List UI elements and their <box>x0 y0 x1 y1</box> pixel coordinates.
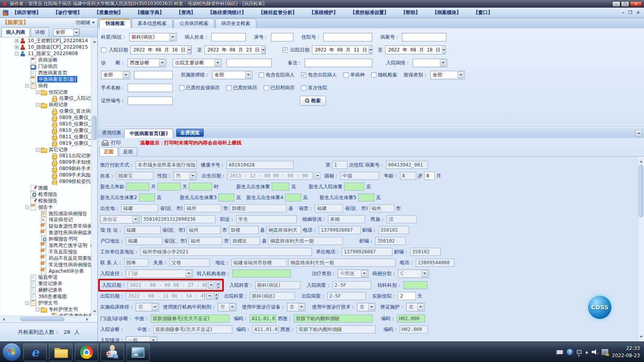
menu-item[interactable]: 【诊疗管理】 <box>53 9 82 16</box>
mdi-restore-button[interactable]: ❐ <box>628 10 632 15</box>
menu-item[interactable]: 【病历管理】 <box>12 9 41 16</box>
tree-item[interactable]: 疾病诊断 <box>0 57 91 64</box>
outpatient-west-field[interactable]: 双眼下睑内翻和倒睫 <box>294 315 373 323</box>
chevron-down-icon[interactable] <box>314 173 320 179</box>
admit-from-date[interactable]: 2022 年 08 月 16 日 <box>130 45 192 54</box>
case-no-field[interactable]: 00413942_001 <box>386 161 428 169</box>
tab-basic-info-search[interactable]: 基本信息检索 <box>132 19 173 28</box>
native-city-field[interactable]: 福州 <box>369 204 394 212</box>
tcm-tech-select[interactable]: 是 <box>357 303 376 311</box>
newborn-months-field[interactable] <box>126 183 149 191</box>
tab-quick-search[interactable]: 快速检索 <box>99 19 131 28</box>
search-checkbox-group[interactable]: 已归档病历 <box>264 84 295 91</box>
tree-expander[interactable]: - <box>36 90 39 94</box>
fullscreen-button[interactable]: 全屏浏览 <box>176 129 204 137</box>
tree-item[interactable]: 0810_任秉仪_手 <box>0 127 91 134</box>
form-vertical-scrollbar[interactable] <box>638 157 644 341</box>
scrollbar-thumb[interactable] <box>92 116 97 140</box>
tab-patient-list[interactable]: 病人列表 <box>2 27 30 37</box>
tree-item[interactable]: 任秉仪_入院记录 <box>0 95 91 102</box>
tree-item[interactable]: 0811_任秉仪_上 <box>0 134 91 140</box>
discharge-date-field[interactable]: 2022 - 08 - 11 08 : 54 : 45 <box>126 292 205 300</box>
tree-item[interactable]: 门诊病历 <box>0 64 91 70</box>
tree-expander[interactable]: - <box>36 308 39 311</box>
chevron-down-icon[interactable] <box>208 282 214 289</box>
scrollbar-thumb[interactable] <box>639 165 643 217</box>
tab-back[interactable]: 反面 <box>119 147 137 156</box>
keyboard-icon[interactable] <box>556 350 563 354</box>
transfer-dept-field[interactable] <box>403 281 427 289</box>
tree-expander[interactable]: - <box>25 84 29 88</box>
volume-muted-icon[interactable]: ✗ <box>592 349 598 355</box>
function-key-button[interactable]: 功能键 <box>76 19 95 26</box>
relation-field[interactable]: 父母 <box>169 259 210 267</box>
tree-item[interactable]: 西医病案首页 <box>0 70 91 76</box>
checkbox[interactable] <box>179 85 184 90</box>
scroll-down-icon[interactable] <box>640 336 643 339</box>
menu-item[interactable]: 【质控标准设置】 <box>350 9 389 16</box>
diagnosis-main-select[interactable]: 出院主要诊断 <box>173 59 222 67</box>
pay-method-field[interactable]: 本市城乡居民基本医疗保险 <box>136 161 197 169</box>
tree-expander[interactable]: - <box>36 103 39 107</box>
scroll-left-icon[interactable] <box>1 318 5 321</box>
tree-item[interactable]: + 10_王碧辉[CP]_20220814 <box>0 38 91 44</box>
query-results-tab[interactable]: 查询结果 <box>102 130 121 136</box>
search-checkbox-group[interactable]: 包含出院病人 <box>301 72 337 78</box>
checkbox[interactable] <box>301 85 306 90</box>
newborn-weight5-field[interactable] <box>358 193 374 202</box>
remark-input[interactable] <box>305 59 372 67</box>
cdss-logo[interactable]: CDSS <box>588 296 611 319</box>
admit-condition-select[interactable]: 一般 <box>126 336 157 342</box>
search-checkbox-group[interactable]: 包含在院病人 <box>259 72 295 78</box>
health-card-field[interactable]: A91919428 <box>227 161 293 169</box>
id-type-select[interactable]: 身份证 <box>100 215 140 224</box>
tree-item[interactable]: 检验报告 <box>0 197 91 204</box>
menu-item[interactable]: 【帮助】 <box>401 9 420 16</box>
tree-horizontal-scrollbar[interactable] <box>0 316 91 322</box>
tree-item[interactable]: 不良反应报告 <box>0 249 91 255</box>
discharge-ward-field[interactable]: 2-5F <box>327 292 366 300</box>
scroll-up-icon[interactable] <box>640 159 643 162</box>
admit-tcm-code-field[interactable]: A11.01.01 <box>252 325 279 333</box>
current-zip-field[interactable]: 350102 <box>378 226 409 234</box>
outpatient-west-code-field[interactable]: H02.000 <box>397 315 425 323</box>
treat-type-select[interactable]: 中西医 <box>338 269 368 278</box>
birth-date-field[interactable]: 2013 - 12 - 09 00 : 00 : 00 <box>227 172 313 180</box>
contact-name-field[interactable]: 陈琳 <box>124 259 149 267</box>
birthplace-province-field[interactable]: 福建 <box>121 204 158 212</box>
tree-expander[interactable]: - <box>25 301 29 305</box>
native-province-field[interactable]: 福建 <box>315 204 343 212</box>
tree-item[interactable]: 0810_任秉仪_术 <box>0 121 91 128</box>
tree-item[interactable]: 0809手术风险评 <box>0 172 91 179</box>
doctor-group-select[interactable]: 全部 <box>212 71 252 79</box>
tree-item[interactable]: 疑似食源性异常病例 <box>0 223 91 230</box>
tree-item[interactable]: - 专科护理文书 <box>0 306 91 313</box>
current-street-field[interactable]: 铜盘路保利天 <box>266 226 301 234</box>
taskbar-chrome-button[interactable] <box>75 343 98 361</box>
tree-vertical-scrollbar[interactable] <box>91 37 97 316</box>
tree-expander[interactable]: - <box>25 206 29 209</box>
results-dropdown-icon[interactable] <box>636 130 642 137</box>
registered-zip-field[interactable]: 350102 <box>375 237 406 245</box>
insurance-select[interactable]: 全部 <box>430 71 465 79</box>
case-no-input[interactable] <box>402 33 446 41</box>
current-county-field[interactable]: 鼓楼 <box>229 226 258 234</box>
newborn-weight4-field[interactable] <box>285 193 301 202</box>
checkbox[interactable] <box>371 72 376 78</box>
diagnosis-type-select[interactable]: 西医诊断 <box>128 59 166 67</box>
admit-to-date[interactable]: 2022 年 08 月 23 日 <box>204 45 266 54</box>
bed-input[interactable] <box>271 33 293 41</box>
scroll-up-icon[interactable] <box>93 39 96 43</box>
date-spinner[interactable] <box>216 281 220 289</box>
current-phone-field[interactable]: 13799928087 <box>319 226 361 234</box>
nationality-field[interactable]: 中国 <box>341 172 379 180</box>
tree-expander[interactable]: - <box>36 148 39 152</box>
id-number-field[interactable]: 350102201312090236 <box>141 215 215 223</box>
scroll-right-icon[interactable] <box>86 318 90 321</box>
network-warning-icon[interactable] <box>602 349 608 355</box>
gender-select[interactable]: 男 <box>173 172 197 180</box>
tree-item[interactable]: - 报告卡 <box>0 204 91 210</box>
newborn-weight3-field[interactable] <box>218 193 234 202</box>
tree-item[interactable]: 输血申请 <box>0 274 91 281</box>
patient-filter-select[interactable]: 全部 <box>53 29 80 36</box>
